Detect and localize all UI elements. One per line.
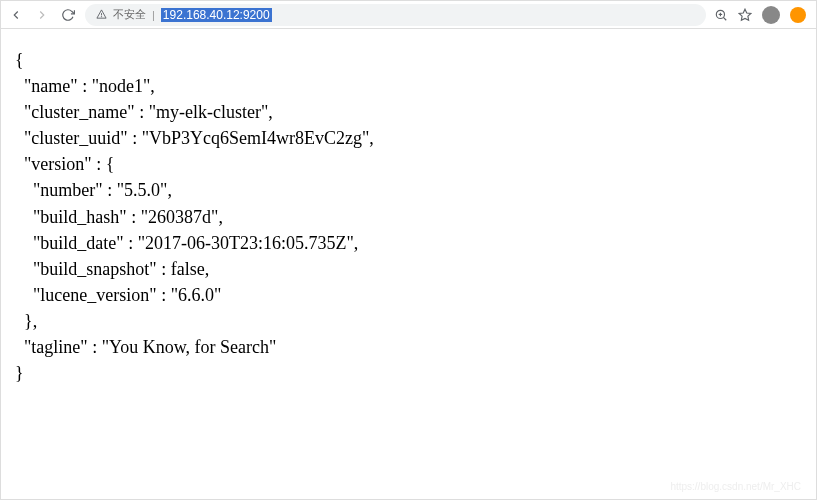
- notification-badge[interactable]: [790, 7, 806, 23]
- profile-avatar[interactable]: [762, 6, 780, 24]
- svg-line-3: [723, 17, 726, 20]
- insecure-label: 不安全: [113, 7, 146, 22]
- reload-button[interactable]: [59, 6, 77, 24]
- forward-button[interactable]: [33, 6, 51, 24]
- watermark: https://blog.csdn.net/Mr_XHC: [670, 481, 801, 492]
- toolbar-right: [714, 6, 810, 24]
- back-button[interactable]: [7, 6, 25, 24]
- svg-marker-6: [739, 9, 751, 20]
- warning-icon: [95, 9, 107, 21]
- json-body: { "name" : "node1", "cluster_name" : "my…: [1, 29, 816, 404]
- star-icon[interactable]: [738, 8, 752, 22]
- url-input[interactable]: 不安全 | 192.168.40.12:9200: [85, 4, 706, 26]
- url-text: 192.168.40.12:9200: [161, 8, 272, 22]
- separator: |: [152, 9, 155, 21]
- address-bar: 不安全 | 192.168.40.12:9200: [1, 1, 816, 29]
- zoom-icon[interactable]: [714, 8, 728, 22]
